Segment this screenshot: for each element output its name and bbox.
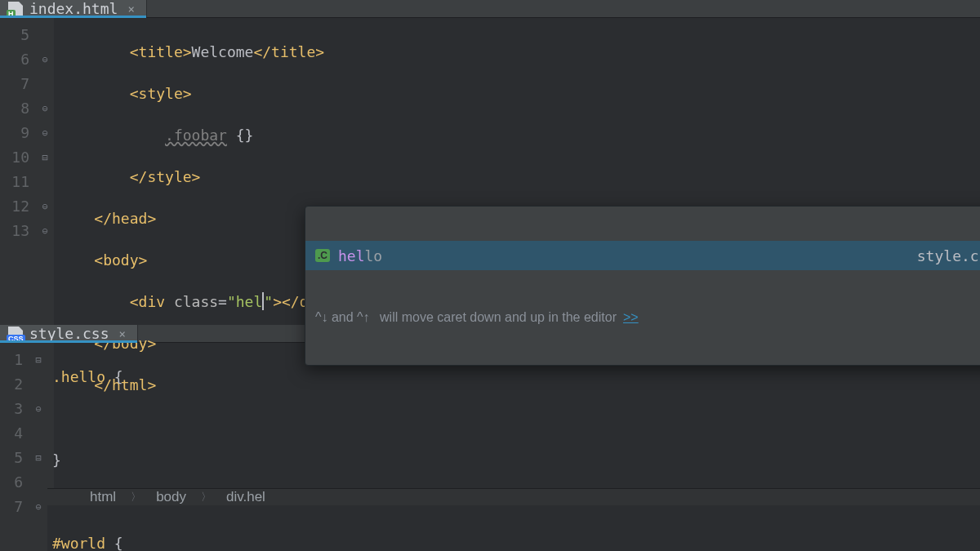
fold-marker[interactable] — [29, 470, 47, 495]
editor-body-css[interactable]: 1 2 3 4 5 6 7 ⊟ ⊖ ⊟ ⊖ .hello { } #world … — [0, 343, 980, 551]
completion-popup: .C hello style.css:1 ^↓ and ^↑ will move… — [305, 206, 980, 366]
line-number: 6 — [0, 47, 29, 72]
code-line[interactable] — [52, 490, 980, 514]
fold-marker[interactable]: ⊟ — [29, 348, 47, 372]
completion-rest: lo — [365, 247, 383, 264]
code-line[interactable]: <style> — [59, 82, 980, 106]
fold-marker[interactable]: ⊖ — [36, 121, 54, 145]
line-number: 1 — [0, 348, 23, 372]
line-number: 5 — [0, 23, 29, 47]
css-file-icon: CSS — [8, 327, 23, 341]
fold-gutter: ⊟ ⊖ ⊟ ⊖ — [29, 343, 47, 551]
line-number: 7 — [0, 72, 29, 96]
completion-hint: ^↓ and ^↑ will move caret down and up in… — [305, 304, 980, 331]
code-line[interactable]: .hello { — [52, 365, 980, 389]
line-number: 6 — [0, 470, 23, 495]
line-number: 10 — [0, 145, 29, 170]
line-number: 11 — [0, 170, 29, 194]
code-line[interactable]: <title>Welcome</title> — [59, 40, 980, 64]
css-class-icon: .C — [315, 249, 330, 262]
line-number: 5 — [0, 446, 23, 470]
fold-marker[interactable]: ⊖ — [36, 219, 54, 243]
line-number: 4 — [0, 421, 23, 446]
code-line[interactable]: </style> — [59, 165, 980, 189]
tab-label: index.html — [29, 0, 118, 17]
line-number: 9 — [0, 121, 29, 145]
tabbar-html: H index.html × — [0, 0, 980, 18]
tab-label: style.css — [29, 325, 109, 342]
hint-text: will move caret down and up in the edito… — [380, 310, 617, 325]
html-file-icon: H — [8, 2, 23, 16]
code-line[interactable]: #world { — [52, 531, 980, 551]
line-number: 12 — [0, 194, 29, 219]
code-line[interactable] — [52, 407, 980, 431]
completion-origin: style.css:1 — [917, 247, 980, 264]
fold-marker[interactable]: ⊖ — [36, 47, 54, 72]
hint-shortcut: ^↓ and ^↑ — [315, 310, 373, 325]
line-number: 13 — [0, 219, 29, 243]
fold-marker[interactable] — [36, 170, 54, 194]
tab-style-css[interactable]: CSS style.css × — [0, 325, 138, 342]
fold-marker[interactable] — [29, 372, 47, 397]
fold-marker[interactable]: ⊖ — [29, 495, 47, 519]
code-area-css[interactable]: .hello { } #world { } — [47, 343, 980, 551]
tab-index-html[interactable]: H index.html × — [0, 0, 147, 17]
editor-pane-html: H index.html × 5 6 7 8 9 10 11 12 13 ⊖ ⊖… — [0, 0, 980, 325]
code-line[interactable]: } — [52, 448, 980, 473]
fold-marker[interactable]: ⊖ — [36, 96, 54, 121]
fold-marker[interactable]: ⊖ — [36, 194, 54, 219]
line-gutter: 1 2 3 4 5 6 7 — [0, 343, 29, 551]
line-number: 2 — [0, 372, 23, 397]
fold-marker[interactable]: ⊟ — [29, 446, 47, 470]
line-number: 8 — [0, 96, 29, 121]
fold-marker[interactable] — [29, 421, 47, 446]
fold-marker[interactable] — [36, 72, 54, 96]
fold-marker[interactable]: ⊖ — [29, 397, 47, 421]
completion-item-hello[interactable]: .C hello style.css:1 — [305, 241, 980, 270]
fold-marker[interactable]: ⊟ — [36, 145, 54, 170]
line-number: 3 — [0, 397, 23, 421]
line-number: 7 — [0, 495, 23, 519]
close-icon[interactable]: × — [127, 2, 134, 16]
code-line[interactable]: .foobar {} — [59, 123, 980, 148]
close-icon[interactable]: × — [119, 327, 126, 340]
completion-match: hel — [338, 247, 365, 264]
fold-marker[interactable] — [36, 23, 54, 47]
hint-more-link[interactable]: >> — [623, 310, 639, 325]
